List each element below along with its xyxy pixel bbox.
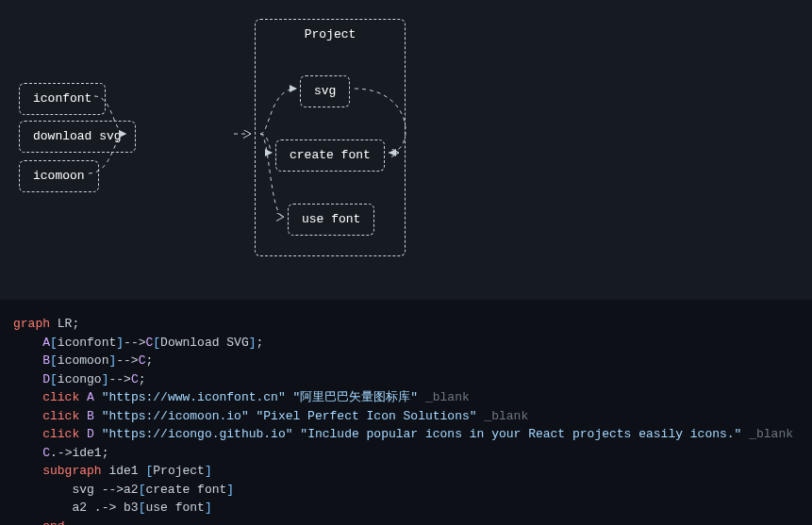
code-arrow: --> — [124, 336, 145, 350]
code-arrow: --> — [108, 372, 130, 386]
bracket-icon: [ — [50, 353, 58, 368]
code-id: C — [42, 446, 50, 460]
bracket-icon: [ — [50, 372, 58, 386]
code-text: use font — [145, 500, 204, 515]
bracket-icon: ] — [205, 500, 212, 515]
code-text: iconfont — [58, 336, 116, 350]
code-id: a2 — [72, 500, 87, 515]
code-target: _blank — [749, 427, 793, 441]
code-panel: graph LR; A[iconfont]-->C[Download SVG];… — [0, 300, 812, 525]
code-text: icomoon — [58, 353, 109, 368]
code-id: D — [42, 372, 50, 386]
code-arrow: .-> — [50, 446, 72, 460]
code-arrow: --> — [94, 483, 124, 497]
code-id: A — [87, 390, 94, 404]
code-arrow: --> — [116, 353, 138, 368]
semicolon: ; — [102, 446, 109, 460]
semicolon: ; — [145, 353, 153, 368]
code-id: b3 — [116, 500, 138, 515]
bracket-icon: ] — [249, 336, 257, 350]
code-string: "阿里巴巴矢量图标库" — [293, 390, 419, 404]
code-id: B — [42, 353, 50, 368]
code-keyword: click — [42, 390, 79, 404]
arrow-layer — [19, 19, 793, 262]
code-id: ide1 — [108, 464, 138, 478]
code-target: _blank — [484, 409, 528, 423]
code-keyword: subgraph — [42, 464, 101, 478]
code-string: "Include popular icons in your React pro… — [300, 427, 741, 441]
bracket-icon: [ — [139, 464, 154, 478]
code-keyword: click — [42, 427, 79, 441]
code-string: "https://icomoon.io" — [102, 409, 249, 423]
code-id: A — [42, 336, 50, 350]
semicolon: ; — [139, 372, 146, 386]
code-text: Project — [153, 464, 205, 478]
bracket-icon: [ — [153, 336, 160, 350]
bracket-icon: ] — [205, 464, 212, 478]
code-string: "Pixel Perfect Icon Solutions" — [257, 409, 477, 423]
flowchart: iconfont icomoon download svg Project sv… — [19, 19, 793, 262]
code-string: "https://www.iconfont.cn" — [102, 390, 286, 404]
code-id: a2 — [124, 483, 139, 497]
bracket-icon: ] — [226, 483, 234, 497]
code-id: B — [87, 409, 94, 423]
code-text: create font — [145, 483, 226, 497]
code-text: icongo — [58, 372, 102, 386]
bracket-icon: [ — [50, 336, 58, 350]
code-arrow: .-> — [87, 500, 116, 515]
code-string: "https://icongo.github.io" — [102, 427, 293, 441]
code-id: ide1 — [72, 446, 101, 460]
code-text: Download SVG — [160, 336, 249, 350]
semicolon: ; — [257, 336, 264, 350]
bracket-icon: ] — [116, 336, 124, 350]
code-keyword: click — [42, 409, 79, 423]
code-keyword: end — [42, 519, 64, 526]
code-keyword: graph — [13, 317, 50, 331]
code-id: D — [87, 427, 94, 441]
diagram-panel: iconfont icomoon download svg Project sv… — [0, 0, 812, 300]
code-text: LR; — [50, 317, 79, 331]
code-id: svg — [72, 483, 93, 497]
code-target: _blank — [425, 390, 470, 404]
code-id: C — [131, 372, 139, 386]
